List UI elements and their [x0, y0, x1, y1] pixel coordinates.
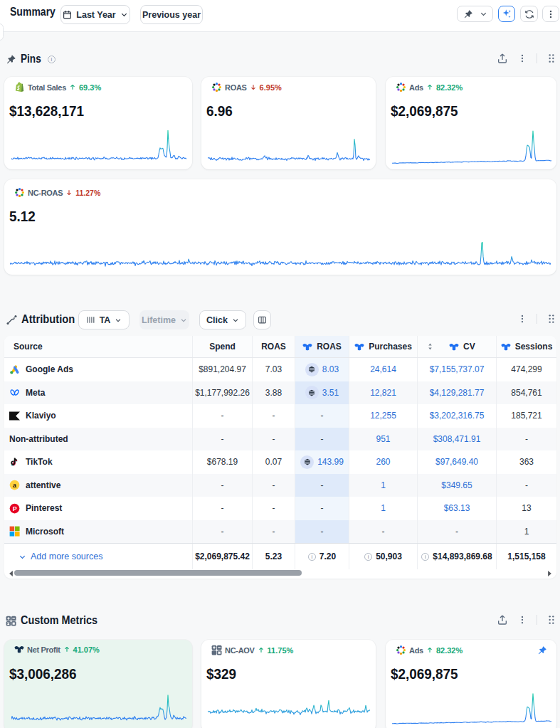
svg-text:a: a	[13, 482, 16, 489]
svg-text:P: P	[13, 505, 17, 512]
